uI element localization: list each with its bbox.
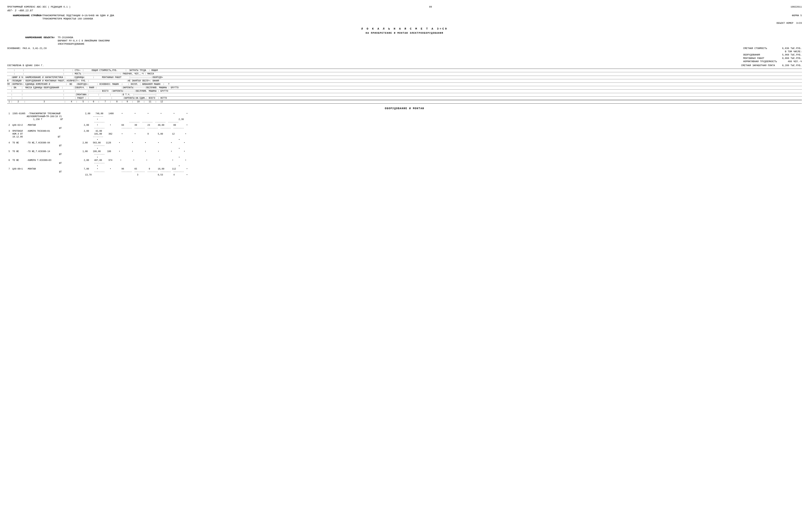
table-row: 4 ТО ЖЕ -ТО ЖЕ,Т.КС0386-04 2,00 563,00 1… <box>7 141 802 150</box>
naim-value: ТРАНСФОРМАТОРНЫЕ ПОДСТАНЦИИ 6•10/04КВ НА… <box>42 14 785 20</box>
header-row-4: N :ПОЗИЦИИ : ОБОРУДОВАНИЯ И МОНТАЖНЫХ РА… <box>7 79 802 82</box>
data-section: 1 1505-01005 -ТРАНСФОРМАТОР ТРЕХФАЗНЫЙ 2… <box>7 112 802 176</box>
header-col-numbers: 1 : 2 : 3 : 4 : 5 : 6 : 7 : 8 : 9 : 10 :… <box>7 100 802 103</box>
header-italic: 407- 3 -480.13.87 <box>7 9 802 13</box>
naim-obj-row: НАИМЕНОВАНИЕ ОБЪЕКТА= ТП-2Х160КВА ВАРИАН… <box>7 36 802 46</box>
header-row-9: : : : : РАБОТ : : : : :ЗАРПЛАТЫ:НА ЕДИН.… <box>7 97 802 100</box>
page-number: 89 <box>429 5 432 8</box>
header-top: ПРОГРАММНЫЙ КОМПЛЕКС АВС-3ЕС ( РЕДАКЦИЯ … <box>7 5 802 8</box>
header-row-3: :ШИФР И N: НАИМЕНОВАНИЕ И ХАРАКТЕРИСТИКА… <box>7 76 802 79</box>
table-row: 5 ТО ЖЕ -ТО ЖЕ,Т.КС0386-14 1,00 186,00 1… <box>7 150 802 159</box>
osnov-block: ОСНОВАНИЕ: РАЗ.А. 3,А1-21,С0 СМЕТНАЯ СТО… <box>7 47 802 63</box>
table-row: 1 1505-01005 -ТРАНСФОРМАТОР ТРЕХФАЗНЫЙ 2… <box>7 112 802 124</box>
object-number: ОБЪЕКТ НОМЕР 3=С9 <box>7 22 802 25</box>
table-row: 6 ТО ЖЕ -КАМЕРА Т.КС0386=03 2,00 487,00 … <box>7 159 802 168</box>
sostavlena-row: СОСТАВЛЕНА В ЦЕНАХ 1984 Г. СМЕТНАЯ ЗАРАБ… <box>7 64 802 67</box>
naim-strojki-row: НАИМЕНОВАНИЕ СТРОЙКИ= ТРАНСФОРМАТОРНЫЕ П… <box>7 14 802 20</box>
smetnaya-costs: СМЕТНАЯ СТОИМОСТЬ 6,836 ТЫС.РУБ. В ТОМ Ч… <box>743 47 802 63</box>
forma: ФОРМА 5 <box>792 14 802 20</box>
program-name: ПРОГРАММНЫЙ КОМПЛЕКС АВС-3ЕС ( РЕДАКЦИЯ … <box>7 5 70 8</box>
table-row: 2 Ц48-62=2 -МОНТАЖ 2,00 • • 84 39 23 40,… <box>7 124 802 129</box>
header-row-5: ПП :НОРМАТИ=: ЕДИНИЦА ИЗМЕРЕНИЯ И : ВО :… <box>7 83 802 86</box>
osnov: ОСНОВАНИЕ: РАЗ.А. 3,А1-21,С0 <box>7 47 47 63</box>
header-row-1: : : : : СТО=- : ОБЩАЯ СТОИМОСТЬ,РУБ. : З… <box>7 69 802 72</box>
smeta-title: Л О К А Л Ь Н А Я С М Е Т А 3=С9 <box>7 27 802 31</box>
smeta-subtitle: НА ПРИОБРЕТЕНИЕ И МОНТАЖ ЭЛЕКТРООБОРУДОВ… <box>7 32 802 35</box>
header-row-6: : ВА : МАССА ЕДИНИЦЫ ОБОРУДОВАНИЯ : :IОБ… <box>7 86 802 89</box>
sostavlena: СОСТАВЛЕНА В ЦЕНАХ 1984 Г. <box>7 64 44 67</box>
naim-label: НАИМЕНОВАНИЕ СТРОЙКИ= <box>7 14 42 20</box>
date: 10022011 <box>791 5 802 8</box>
section-title: ОБОРУДОВАНИЕ И МОНТАЖ <box>7 107 802 110</box>
page-container: ПРОГРАММНЫЙ КОМПЛЕКС АВС-3ЕС ( РЕДАКЦИЯ … <box>7 5 802 176</box>
table-header: : : : : СТО=- : ОБЩАЯ СТОИМОСТЬ,РУБ. : З… <box>7 69 802 104</box>
header-row-8: : : : :IМОНТАЖН.: : : :В Т.Ч. :---------… <box>7 93 802 96</box>
header-row-7: : : : : :--------: ВСЕГО :ЗАРПЛАТЫ:-----… <box>7 90 802 93</box>
table-row: 3 ПРОТОКОЛ -КАМЕРА ТКС0386=01 2,00 42,00… <box>7 130 802 141</box>
naim-obj-value: ТП-2Х160КВА ВАРИАНТ РУ-0,4 С 8 ЛИНЕЙНЫМИ… <box>58 36 110 46</box>
table-row: 7 Ц48-88=1 -МОНТАЖ 7,00 • • 96 65 9 16,0… <box>7 167 802 176</box>
header-row-2: : : : : МОСТЬ :-------------------------… <box>7 72 802 75</box>
naim-obj-label: НАИМЕНОВАНИЕ ОБЪЕКТА= <box>7 36 58 46</box>
